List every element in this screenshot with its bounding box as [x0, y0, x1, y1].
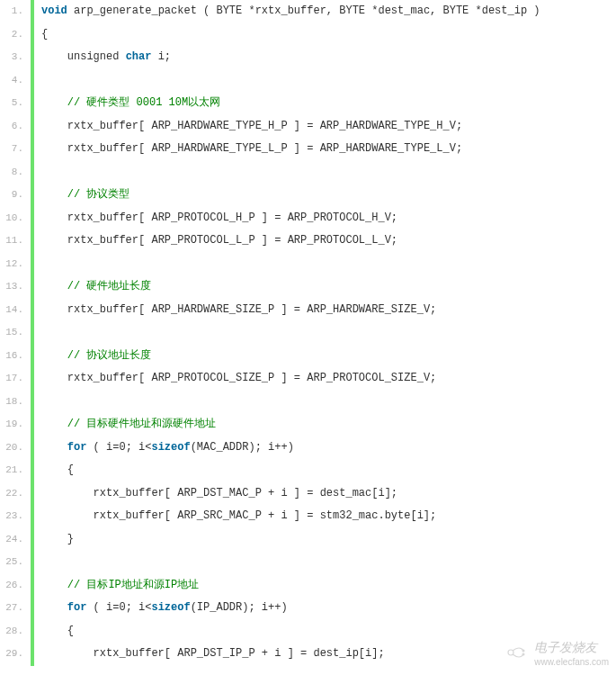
code-line[interactable]: 10. rxtx_buffer[ ARP_PROTOCOL_H_P ] = AR… — [0, 207, 616, 230]
code-line[interactable]: 9. // 协议类型 — [0, 184, 616, 207]
fold-indicator[interactable] — [31, 620, 34, 644]
code-line[interactable]: 5. // 硬件类型 0001 10M以太网 — [0, 92, 616, 115]
code-content[interactable]: { — [41, 620, 616, 644]
code-content[interactable]: rxtx_buffer[ ARP_PROTOCOL_H_P ] = ARP_PR… — [41, 207, 616, 230]
code-line[interactable]: 8. — [0, 161, 616, 184]
code-line[interactable]: 24. } — [0, 528, 616, 552]
fold-indicator[interactable] — [31, 253, 34, 276]
line-number: 1. — [0, 0, 31, 23]
code-line[interactable]: 11. rxtx_buffer[ ARP_PROTOCOL_L_P ] = AR… — [0, 230, 616, 253]
code-line[interactable]: 6. rxtx_buffer[ ARP_HARDWARE_TYPE_H_P ] … — [0, 115, 616, 139]
line-number: 10. — [0, 207, 31, 230]
code-line[interactable]: 22. rxtx_buffer[ ARP_DST_MAC_P + i ] = d… — [0, 482, 616, 506]
code-line[interactable]: 4. — [0, 69, 616, 93]
line-number: 27. — [0, 597, 31, 620]
code-line[interactable]: 21. { — [0, 459, 616, 482]
fold-indicator[interactable] — [31, 207, 34, 230]
fold-indicator[interactable] — [31, 275, 34, 299]
code-content[interactable] — [41, 551, 616, 574]
fold-indicator[interactable] — [31, 413, 34, 436]
fold-indicator[interactable] — [31, 92, 34, 115]
code-editor[interactable]: 1.void arp_generate_packet ( BYTE *rxtx_… — [0, 0, 616, 675]
line-number: 12. — [0, 253, 31, 276]
code-content[interactable] — [41, 391, 616, 414]
line-number: 29. — [0, 643, 31, 666]
code-line[interactable]: 27. for ( i=0; i<sizeof(IP_ADDR); i++) — [0, 597, 616, 620]
fold-indicator[interactable] — [31, 115, 34, 139]
line-number: 6. — [0, 115, 31, 139]
fold-indicator[interactable] — [31, 184, 34, 207]
code-content[interactable]: // 协议地址长度 — [41, 345, 616, 368]
line-number: 4. — [0, 69, 31, 93]
fold-indicator[interactable] — [31, 299, 34, 322]
fold-indicator[interactable] — [31, 597, 34, 620]
code-content[interactable]: for ( i=0; i<sizeof(IP_ADDR); i++) — [41, 597, 616, 620]
fold-indicator[interactable] — [31, 69, 34, 93]
code-line[interactable]: 25. — [0, 551, 616, 574]
code-content[interactable]: // 硬件地址长度 — [41, 275, 616, 299]
code-line[interactable]: 15. — [0, 321, 616, 345]
code-content[interactable] — [41, 161, 616, 184]
code-content[interactable]: rxtx_buffer[ ARP_PROTOCOL_SIZE_P ] = ARP… — [41, 367, 616, 391]
code-line[interactable]: 13. // 硬件地址长度 — [0, 275, 616, 299]
code-content[interactable]: } — [41, 528, 616, 552]
fold-indicator[interactable] — [31, 528, 34, 552]
fold-indicator[interactable] — [31, 643, 34, 666]
line-number: 11. — [0, 230, 31, 253]
code-content[interactable]: rxtx_buffer[ ARP_HARDWARE_SIZE_P ] = ARP… — [41, 299, 616, 322]
line-number: 17. — [0, 367, 31, 391]
fold-indicator[interactable] — [31, 574, 34, 598]
code-content[interactable]: { — [41, 459, 616, 482]
code-line[interactable]: 28. { — [0, 620, 616, 644]
code-line[interactable]: 18. — [0, 391, 616, 414]
fold-indicator[interactable] — [31, 345, 34, 368]
code-content[interactable]: // 目标硬件地址和源硬件地址 — [41, 413, 616, 436]
code-content[interactable]: rxtx_buffer[ ARP_SRC_MAC_P + i ] = stm32… — [41, 505, 616, 528]
line-number: 21. — [0, 459, 31, 482]
code-content[interactable]: rxtx_buffer[ ARP_DST_MAC_P + i ] = dest_… — [41, 482, 616, 506]
code-line[interactable]: 16. // 协议地址长度 — [0, 345, 616, 368]
fold-indicator[interactable] — [31, 138, 34, 161]
code-content[interactable]: void arp_generate_packet ( BYTE *rxtx_bu… — [41, 0, 616, 23]
code-line[interactable]: 2.{ — [0, 23, 616, 47]
code-line[interactable]: 17. rxtx_buffer[ ARP_PROTOCOL_SIZE_P ] =… — [0, 367, 616, 391]
code-line[interactable]: 29. rxtx_buffer[ ARP_DST_IP_P + i ] = de… — [0, 643, 616, 666]
code-line[interactable]: 20. for ( i=0; i<sizeof(MAC_ADDR); i++) — [0, 436, 616, 460]
code-content[interactable]: rxtx_buffer[ ARP_HARDWARE_TYPE_H_P ] = A… — [41, 115, 616, 139]
fold-indicator[interactable] — [31, 46, 34, 69]
fold-indicator[interactable] — [31, 459, 34, 482]
line-number: 19. — [0, 413, 31, 436]
code-content[interactable]: { — [41, 23, 616, 47]
code-content[interactable]: rxtx_buffer[ ARP_DST_IP_P + i ] = dest_i… — [41, 643, 616, 666]
code-content[interactable]: // 协议类型 — [41, 184, 616, 207]
code-content[interactable]: // 硬件类型 0001 10M以太网 — [41, 92, 616, 115]
code-line[interactable]: 3. unsigned char i; — [0, 46, 616, 69]
code-line[interactable]: 7. rxtx_buffer[ ARP_HARDWARE_TYPE_L_P ] … — [0, 138, 616, 161]
fold-indicator[interactable] — [31, 551, 34, 574]
code-content[interactable] — [41, 321, 616, 345]
code-content[interactable] — [41, 69, 616, 93]
line-number: 14. — [0, 299, 31, 322]
code-line[interactable]: 26. // 目标IP地址和源IP地址 — [0, 574, 616, 598]
code-content[interactable]: unsigned char i; — [41, 46, 616, 69]
code-content[interactable]: rxtx_buffer[ ARP_PROTOCOL_L_P ] = ARP_PR… — [41, 230, 616, 253]
fold-indicator[interactable] — [31, 23, 34, 47]
code-content[interactable]: for ( i=0; i<sizeof(MAC_ADDR); i++) — [41, 436, 616, 460]
code-line[interactable]: 19. // 目标硬件地址和源硬件地址 — [0, 413, 616, 436]
fold-indicator[interactable] — [31, 321, 34, 345]
fold-indicator[interactable] — [31, 367, 34, 391]
code-line[interactable]: 14. rxtx_buffer[ ARP_HARDWARE_SIZE_P ] =… — [0, 299, 616, 322]
code-line[interactable]: 1.void arp_generate_packet ( BYTE *rxtx_… — [0, 0, 616, 23]
code-line[interactable]: 12. — [0, 253, 616, 276]
code-line[interactable]: 23. rxtx_buffer[ ARP_SRC_MAC_P + i ] = s… — [0, 505, 616, 528]
fold-indicator[interactable] — [31, 391, 34, 414]
fold-indicator[interactable] — [31, 505, 34, 528]
fold-indicator[interactable] — [31, 436, 34, 460]
fold-indicator[interactable] — [31, 230, 34, 253]
fold-indicator[interactable] — [31, 482, 34, 506]
fold-indicator[interactable] — [31, 161, 34, 184]
fold-indicator[interactable] — [31, 0, 34, 23]
code-content[interactable] — [41, 253, 616, 276]
code-content[interactable]: // 目标IP地址和源IP地址 — [41, 574, 616, 598]
code-content[interactable]: rxtx_buffer[ ARP_HARDWARE_TYPE_L_P ] = A… — [41, 138, 616, 161]
